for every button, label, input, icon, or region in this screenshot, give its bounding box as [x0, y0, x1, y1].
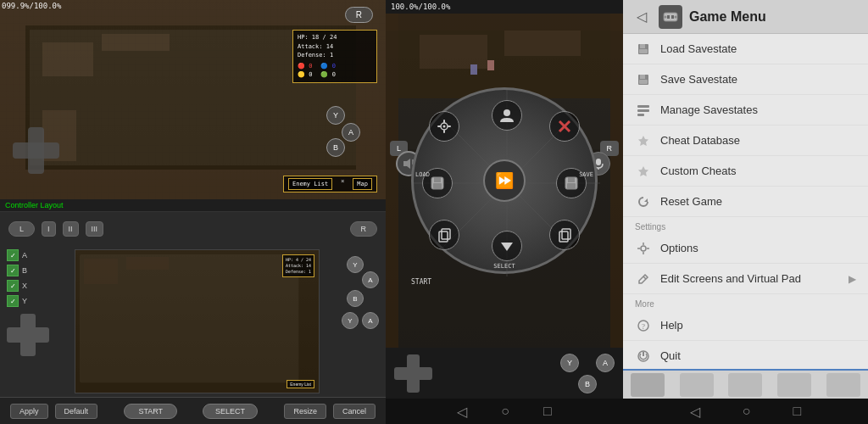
bottom-tab-5[interactable] — [826, 373, 860, 397]
ctrl-btn-1[interactable]: I — [42, 221, 56, 237]
face-a-ctrl[interactable]: A — [362, 271, 379, 288]
ctrl-btn-3[interactable]: III — [86, 221, 104, 237]
svg-line-75 — [643, 276, 646, 279]
svg-rect-6 — [42, 42, 93, 76]
nav-recents-right[interactable]: □ — [793, 404, 802, 419]
bottom-a-btn[interactable]: A — [596, 354, 615, 372]
settings-section-header: Settings — [623, 217, 868, 233]
svg-rect-55 — [671, 15, 674, 19]
save-label: SAVE — [579, 171, 593, 178]
checkbox-x[interactable]: ✓ X — [7, 280, 66, 292]
svg-rect-39 — [559, 232, 568, 242]
radial-item-bottom[interactable] — [492, 231, 522, 261]
manage-savestates-icon — [635, 102, 652, 119]
svg-marker-69 — [644, 198, 648, 202]
menu-title: Game Menu — [689, 9, 766, 25]
checkbox-y[interactable]: ✓ Y — [7, 295, 66, 307]
menu-item-help[interactable]: ? Help — [623, 310, 868, 341]
radial-item-bottomright[interactable] — [549, 220, 580, 250]
svg-rect-52 — [448, 126, 451, 127]
bottom-tab-3[interactable] — [728, 373, 762, 397]
menu-item-options[interactable]: Options — [623, 233, 868, 264]
checkbox-b[interactable]: ✓ B — [7, 265, 66, 276]
dpad-mini[interactable] — [7, 314, 49, 356]
menu-item-edit-screens[interactable]: Edit Screens and Virtual Pad ▶ — [623, 264, 868, 294]
middle-nav-bar: ◁ ○ □ — [386, 399, 623, 424]
svg-rect-64 — [637, 105, 649, 108]
svg-rect-65 — [637, 109, 649, 112]
svg-rect-43 — [442, 229, 450, 239]
svg-rect-38 — [567, 183, 576, 189]
bottom-tab-1[interactable] — [631, 373, 665, 397]
menu-item-load-savestate[interactable]: Load Savestate — [623, 34, 868, 64]
l-trigger-btn[interactable]: L — [8, 221, 35, 237]
hud-vals: 🔴 0🔵 0 — [298, 62, 372, 71]
radial-center-btn[interactable]: ⏩ — [483, 159, 526, 202]
menu-header-icon — [659, 5, 682, 29]
bottom-y-btn[interactable]: Y — [560, 354, 579, 372]
apply-btn[interactable]: Apply — [10, 404, 48, 419]
svg-marker-68 — [638, 166, 648, 176]
face-a2[interactable]: A — [362, 312, 379, 329]
radial-item-bottomleft[interactable] — [429, 220, 459, 250]
y-button[interactable]: Y — [326, 106, 345, 125]
ctrl-left-col: ✓ A ✓ B ✓ X ✓ Y — [7, 249, 66, 393]
radial-item-top[interactable] — [492, 100, 522, 131]
nav-back-right[interactable]: ◁ — [690, 404, 700, 420]
chk-a[interactable]: ✓ — [7, 249, 19, 261]
menu-item-quit[interactable]: Quit — [623, 341, 868, 369]
menu-item-cheat-database[interactable]: Cheat Database — [623, 126, 868, 156]
nav-home-middle[interactable]: ○ — [501, 404, 509, 419]
checkbox-a[interactable]: ✓ A — [7, 249, 66, 261]
default-btn[interactable]: Default — [55, 404, 98, 419]
bottom-tab-4[interactable] — [777, 373, 811, 397]
radial-item-topleft[interactable] — [429, 111, 459, 142]
menu-item-manage-savestates[interactable]: Manage Savestates — [623, 95, 868, 126]
start-select-group: START SELECT — [124, 404, 258, 419]
a-button[interactable]: A — [342, 123, 360, 142]
svg-rect-60 — [639, 49, 648, 53]
bottom-bar-left: Apply Default START SELECT Resize Cancel — [0, 397, 386, 424]
options-icon — [635, 240, 652, 257]
svg-rect-14 — [386, 14, 623, 31]
nav-home-right[interactable]: ○ — [743, 404, 751, 419]
nav-recents-middle[interactable]: □ — [543, 404, 552, 419]
r-trigger-btn[interactable]: R — [350, 221, 378, 237]
chk-y[interactable]: ✓ — [7, 295, 19, 307]
face-y2[interactable]: Y — [342, 312, 359, 329]
chk-x[interactable]: ✓ — [7, 280, 19, 292]
dpad-overlay-left[interactable] — [13, 127, 59, 174]
radial-item-topright[interactable] — [549, 111, 580, 142]
nav-back-middle[interactable]: ◁ — [457, 404, 467, 420]
radial-menu[interactable]: SAVE SELECT LOAD — [411, 87, 598, 274]
face-y-ctrl[interactable]: Y — [347, 256, 364, 273]
menu-item-save-savestate[interactable]: Save Savestate — [623, 64, 868, 95]
hud-vals2: 🟡 0🟢 0 — [298, 70, 372, 80]
cancel-btn[interactable]: Cancel — [333, 404, 376, 419]
bottom-b-btn[interactable]: B — [578, 375, 597, 393]
ctrl-btn-2[interactable]: II — [63, 221, 79, 237]
hud-enemy-list: Enemy List — [288, 178, 332, 190]
bottom-dpad[interactable] — [394, 354, 432, 393]
menu-item-custom-cheats[interactable]: Custom Cheats — [623, 156, 868, 187]
save-savestate-label: Save Savestate — [660, 73, 856, 86]
left-panel: 099.9%/100.0% HP: 18 / 24 Attack: 14 Def… — [0, 0, 386, 424]
hud-attack: Attack: 14 — [298, 42, 372, 52]
start-btn[interactable]: START — [124, 404, 177, 419]
select-btn[interactable]: SELECT — [203, 404, 258, 419]
game-screen-left: 099.9%/100.0% HP: 18 / 24 Attack: 14 Def… — [0, 0, 386, 199]
menu-item-reset-game[interactable]: Reset Game — [623, 187, 868, 217]
menu-back-btn[interactable]: ◁ — [632, 7, 652, 27]
cheat-database-icon — [635, 132, 652, 149]
r-button-overlay[interactable]: R — [345, 7, 373, 23]
load-savestate-icon — [635, 41, 652, 58]
face-b-ctrl[interactable]: B — [347, 290, 364, 307]
b-button[interactable]: B — [326, 138, 345, 157]
chk-b[interactable]: ✓ — [7, 265, 19, 276]
mini-game-scene: HP: 4 / 24 Attack: 14 Defense: 1 Enemy L… — [75, 250, 319, 393]
cheat-database-label: Cheat Database — [660, 134, 856, 147]
bottom-tab-2[interactable] — [680, 373, 714, 397]
svg-point-56 — [665, 15, 667, 18]
resize-btn[interactable]: Resize — [284, 404, 326, 419]
radial-bg: SAVE SELECT LOAD — [411, 87, 598, 274]
